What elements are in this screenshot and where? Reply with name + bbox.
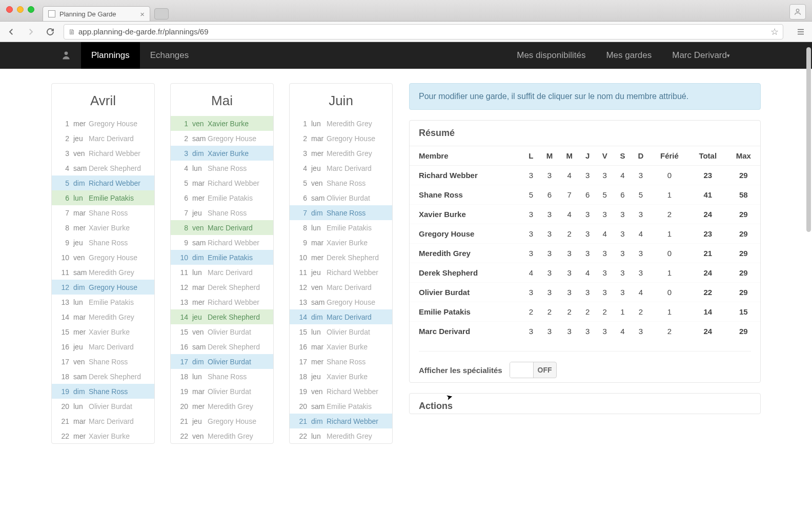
day-row[interactable]: 6samOlivier Burdat — [290, 190, 392, 205]
day-member[interactable]: Gregory House — [89, 253, 137, 262]
day-member[interactable]: Meredith Grey — [327, 149, 372, 158]
day-row[interactable]: 19venRichard Webber — [290, 384, 392, 399]
day-member[interactable]: Xavier Burke — [89, 328, 130, 336]
day-row[interactable]: 15venOlivier Burdat — [171, 324, 273, 339]
day-member[interactable]: Xavier Burke — [89, 224, 130, 232]
day-member[interactable]: Richard Webber — [327, 417, 378, 425]
day-row[interactable]: 5venShane Ross — [290, 175, 392, 190]
day-row[interactable]: 1venXavier Burke — [171, 116, 273, 131]
day-row[interactable]: 20samEmilie Patakis — [290, 399, 392, 414]
day-member[interactable]: Olivier Burdat — [208, 387, 251, 396]
day-row[interactable]: 14marMeredith Grey — [52, 309, 154, 324]
day-row[interactable]: 14jeuDerek Shepherd — [171, 309, 273, 324]
day-member[interactable]: Marc Derivard — [208, 224, 253, 232]
day-member[interactable]: Richard Webber — [208, 298, 259, 306]
day-member[interactable]: Shane Ross — [208, 164, 247, 172]
day-member[interactable]: Marc Derivard — [89, 417, 134, 425]
day-row[interactable]: 1merGregory House — [52, 116, 154, 131]
day-row[interactable]: 18jeuXavier Burke — [290, 369, 392, 384]
day-row[interactable]: 11samMeredith Grey — [52, 265, 154, 280]
day-member[interactable]: Richard Webber — [327, 268, 378, 277]
bookmark-star-icon[interactable]: ☆ — [770, 26, 779, 37]
day-member[interactable]: Marc Derivard — [89, 343, 134, 351]
day-row[interactable]: 3merMeredith Grey — [290, 146, 392, 161]
day-member[interactable]: Gregory House — [327, 134, 375, 143]
day-row[interactable]: 15merXavier Burke — [52, 324, 154, 339]
day-row[interactable]: 14dimMarc Derivard — [290, 309, 392, 324]
day-row[interactable]: 20lunOlivier Burdat — [52, 399, 154, 414]
day-member[interactable]: Shane Ross — [208, 209, 247, 217]
back-button[interactable] — [5, 26, 17, 38]
day-row[interactable]: 2marGregory House — [290, 131, 392, 146]
day-row[interactable]: 20merMeredith Grey — [171, 399, 273, 414]
day-member[interactable]: Gregory House — [89, 283, 137, 291]
nav-disponibilites[interactable]: Mes disponibilités — [506, 42, 596, 69]
day-member[interactable]: Meredith Grey — [89, 313, 134, 321]
day-row[interactable]: 17venShane Ross — [52, 354, 154, 369]
address-bar[interactable]: 🗎 app.planning-de-garde.fr/plannings/69 … — [64, 24, 783, 40]
day-row[interactable]: 10merDerek Shepherd — [290, 250, 392, 265]
day-member[interactable]: Meredith Grey — [89, 268, 134, 277]
day-row[interactable]: 3venRichard Webber — [52, 146, 154, 161]
window-close-button[interactable] — [6, 6, 13, 13]
day-member[interactable]: Gregory House — [89, 120, 137, 128]
day-member[interactable]: Gregory House — [208, 417, 256, 425]
day-row[interactable]: 18lunShane Ross — [171, 369, 273, 384]
day-row[interactable]: 2jeuMarc Derivard — [52, 131, 154, 146]
day-row[interactable]: 12venMarc Derivard — [290, 280, 392, 295]
day-member[interactable]: Derek Shepherd — [208, 343, 260, 351]
day-row[interactable]: 21jeuGregory House — [171, 414, 273, 428]
day-row[interactable]: 4lunShane Ross — [171, 161, 273, 175]
day-row[interactable]: 5dimRichard Webber — [52, 175, 154, 190]
specialties-toggle[interactable]: OFF — [510, 362, 557, 378]
nav-gardes[interactable]: Mes gardes — [596, 42, 662, 69]
day-row[interactable]: 9samRichard Webber — [171, 235, 273, 250]
day-row[interactable]: 22venMeredith Grey — [171, 428, 273, 443]
day-row[interactable]: 8venMarc Derivard — [171, 220, 273, 235]
day-member[interactable]: Shane Ross — [89, 358, 128, 366]
day-member[interactable]: Olivier Burdat — [89, 402, 132, 411]
day-member[interactable]: Derek Shepherd — [208, 313, 260, 321]
day-row[interactable]: 11jeuRichard Webber — [290, 265, 392, 280]
nav-plannings[interactable]: Plannings — [81, 42, 140, 69]
day-row[interactable]: 13samGregory House — [290, 295, 392, 309]
day-member[interactable]: Shane Ross — [327, 209, 366, 217]
day-row[interactable]: 4jeuMarc Derivard — [290, 161, 392, 175]
day-member[interactable]: Marc Derivard — [208, 268, 253, 277]
day-row[interactable]: 6merEmilie Patakis — [171, 190, 273, 205]
day-member[interactable]: Gregory House — [327, 298, 375, 306]
day-member[interactable]: Richard Webber — [208, 179, 259, 187]
day-member[interactable]: Emilie Patakis — [327, 402, 372, 411]
day-row[interactable]: 16marXavier Burke — [290, 339, 392, 354]
day-row[interactable]: 19dimShane Ross — [52, 384, 154, 399]
new-tab-button[interactable] — [154, 8, 169, 19]
day-row[interactable]: 1lunMeredith Grey — [290, 116, 392, 131]
day-row[interactable]: 16jeuMarc Derivard — [52, 339, 154, 354]
day-row[interactable]: 12dimGregory House — [52, 280, 154, 295]
day-member[interactable]: Marc Derivard — [327, 283, 372, 291]
nav-echanges[interactable]: Echanges — [140, 42, 199, 69]
day-member[interactable]: Richard Webber — [327, 387, 378, 396]
day-row[interactable]: 5marRichard Webber — [171, 175, 273, 190]
day-member[interactable]: Emilie Patakis — [89, 298, 134, 306]
day-member[interactable]: Gregory House — [208, 134, 256, 143]
day-member[interactable]: Shane Ross — [327, 358, 366, 366]
day-row[interactable]: 9marXavier Burke — [290, 235, 392, 250]
day-row[interactable]: 21marMarc Derivard — [52, 414, 154, 428]
day-row[interactable]: 8merXavier Burke — [52, 220, 154, 235]
day-member[interactable]: Marc Derivard — [89, 134, 134, 143]
day-row[interactable]: 21dimRichard Webber — [290, 414, 392, 428]
day-member[interactable]: Emilie Patakis — [327, 224, 372, 232]
day-member[interactable]: Meredith Grey — [327, 432, 372, 440]
day-row[interactable]: 19marOlivier Burdat — [171, 384, 273, 399]
day-member[interactable]: Shane Ross — [89, 239, 128, 247]
day-member[interactable]: Xavier Burke — [208, 120, 249, 128]
day-row[interactable]: 7jeuShane Ross — [171, 205, 273, 220]
day-row[interactable]: 8lunEmilie Patakis — [290, 220, 392, 235]
day-member[interactable]: Xavier Burke — [327, 239, 368, 247]
day-row[interactable]: 12marDerek Shepherd — [171, 280, 273, 295]
day-member[interactable]: Shane Ross — [327, 179, 366, 187]
day-member[interactable]: Emilie Patakis — [208, 253, 253, 262]
day-member[interactable]: Xavier Burke — [89, 432, 130, 440]
day-row[interactable]: 7dimShane Ross — [290, 205, 392, 220]
